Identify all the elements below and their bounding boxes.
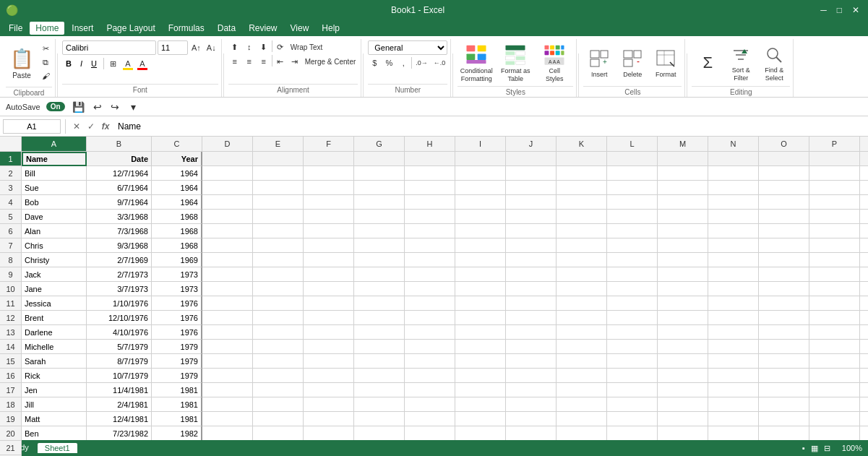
cell-m7[interactable] [658,238,708,253]
cell-e18[interactable] [253,397,304,412]
cell-j13[interactable] [506,325,557,340]
cell-f8[interactable] [304,253,354,267]
row-num-5[interactable]: 5 [0,210,21,224]
menu-file[interactable]: File [3,22,28,35]
col-header-g[interactable]: G [354,137,405,151]
cell-o16[interactable] [759,369,809,383]
cell-f14[interactable] [304,340,354,354]
cell-j19[interactable] [506,412,557,426]
cell-e17[interactable] [253,383,304,397]
cell-q6[interactable] [860,224,868,238]
cell-i10[interactable] [455,282,506,296]
cell-c3[interactable]: 1964 [152,181,202,195]
cell-h6[interactable] [405,224,455,238]
row-num-17[interactable]: 17 [0,383,21,397]
customize-quick-access[interactable]: ▾ [126,99,142,115]
cell-i11[interactable] [455,296,506,311]
cell-a11[interactable]: Jessica [22,296,87,311]
cell-q9[interactable] [860,267,868,282]
cell-l15[interactable] [607,354,658,369]
cell-c15[interactable]: 1979 [152,354,202,369]
cell-h18[interactable] [405,397,455,412]
cell-c1[interactable]: Year [152,152,202,166]
cell-h2[interactable] [405,166,455,181]
cell-o19[interactable] [759,412,809,426]
cell-o11[interactable] [759,296,809,311]
cell-k2[interactable] [557,166,607,181]
cell-m3[interactable] [658,181,708,195]
cell-i9[interactable] [455,267,506,282]
cell-g2[interactable] [354,166,405,181]
cell-c10[interactable]: 1973 [152,282,202,296]
cell-b15[interactable]: 8/7/1979 [87,354,152,369]
cell-c6[interactable]: 1968 [152,224,202,238]
cell-p12[interactable] [809,311,860,325]
cell-d2[interactable] [202,166,253,181]
cell-f6[interactable] [304,224,354,238]
cell-o13[interactable] [759,325,809,340]
col-header-b[interactable]: B [87,137,152,151]
cell-k9[interactable] [557,267,607,282]
cell-a16[interactable]: Rick [22,369,87,383]
indent-decrease-button[interactable]: ⇤ [274,55,287,68]
cell-o6[interactable] [759,224,809,238]
cell-i14[interactable] [455,340,506,354]
cell-m16[interactable] [658,369,708,383]
cell-f7[interactable] [304,238,354,253]
cell-q7[interactable] [860,238,868,253]
cell-p20[interactable] [809,426,860,441]
row-num-13[interactable]: 13 [0,325,21,340]
cell-l20[interactable] [607,426,658,441]
cell-n11[interactable] [708,296,759,311]
cell-j5[interactable] [506,210,557,224]
cell-g8[interactable] [354,253,405,267]
redo-button[interactable]: ↪ [107,99,123,115]
cell-i13[interactable] [455,325,506,340]
cell-a5[interactable]: Dave [22,210,87,224]
cell-q16[interactable] [860,369,868,383]
page-break-button[interactable]: ⊟ [824,444,830,453]
cell-h5[interactable] [405,210,455,224]
cell-e13[interactable] [253,325,304,340]
cell-a14[interactable]: Michelle [22,340,87,354]
cell-l2[interactable] [607,166,658,181]
cell-a9[interactable]: Jack [22,267,87,282]
cell-c19[interactable]: 1981 [152,412,202,426]
cell-l14[interactable] [607,340,658,354]
cell-q14[interactable] [860,340,868,354]
cell-i16[interactable] [455,369,506,383]
cell-h3[interactable] [405,181,455,195]
cell-e9[interactable] [253,267,304,282]
cell-f9[interactable] [304,267,354,282]
cell-h13[interactable] [405,325,455,340]
cell-a17[interactable]: Jen [22,383,87,397]
cell-d6[interactable] [202,224,253,238]
cell-n19[interactable] [708,412,759,426]
menu-view[interactable]: View [285,22,315,35]
col-header-l[interactable]: L [607,137,658,151]
formula-cancel-button[interactable]: ✕ [70,120,83,133]
align-bottom-button[interactable]: ⬇ [257,40,270,53]
cell-i20[interactable] [455,426,506,441]
cell-j20[interactable] [506,426,557,441]
cell-m5[interactable] [658,210,708,224]
cell-p6[interactable] [809,224,860,238]
cell-p18[interactable] [809,397,860,412]
row-num-10[interactable]: 10 [0,282,21,296]
cell-e3[interactable] [253,181,304,195]
cell-n20[interactable] [708,426,759,441]
cell-o12[interactable] [759,311,809,325]
row-num-16[interactable]: 16 [0,369,21,383]
cell-d11[interactable] [202,296,253,311]
cell-h16[interactable] [405,369,455,383]
cell-p10[interactable] [809,282,860,296]
cell-i2[interactable] [455,166,506,181]
cell-g13[interactable] [354,325,405,340]
cell-f4[interactable] [304,195,354,210]
cell-d4[interactable] [202,195,253,210]
cell-l10[interactable] [607,282,658,296]
cell-l8[interactable] [607,253,658,267]
wrap-text-button[interactable]: Wrap Text [288,40,325,53]
cell-k4[interactable] [557,195,607,210]
align-left-button[interactable]: ≡ [228,55,241,68]
